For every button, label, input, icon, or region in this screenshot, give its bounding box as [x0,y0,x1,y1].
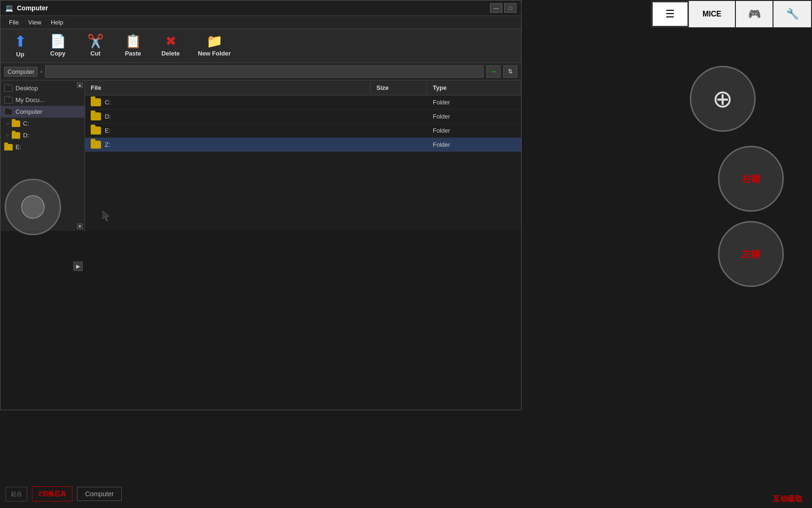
c-disk-expand: ○ [6,121,9,126]
file-cell-c: C: [85,95,371,109]
gamepad-icon: 🎮 [748,8,761,20]
menu-item-view[interactable]: View [23,17,46,27]
analog-stick-knob-left [21,195,45,219]
sidebar-item-computer[interactable]: Computer [0,106,85,118]
new-folder-button[interactable]: 📁 New Folder [194,33,234,59]
sidebar-item-mydocs-label: My Docu... [16,96,45,103]
file-cell-d: D: [85,110,371,123]
d-folder-icon [12,132,20,139]
desktop-folder-icon [4,85,13,92]
menu-item-file[interactable]: File [4,17,23,27]
left-key-label: 左键 [742,248,760,261]
sidebar-scroll-up[interactable]: ▲ [77,82,83,88]
settings-button[interactable]: 🔧 [773,1,811,27]
delete-button[interactable]: ✖ Delete [156,33,185,59]
file-cell-e: E: [85,124,371,137]
crosshair-button[interactable]: ⊕ [690,66,756,132]
type-value-z: Folder [433,141,450,148]
right-side-label: 互动吸取 [773,494,803,504]
list-view-button[interactable]: ☰ [651,1,689,27]
sidebar-item-mydocs[interactable]: My Docu... [0,94,85,106]
file-list-header: File Size Type [85,80,521,95]
file-name-e: E: [105,127,110,134]
file-manager-empty-area [0,231,521,410]
sidebar-item-e[interactable]: E: [0,141,85,153]
file-row-d[interactable]: D: Folder [85,110,521,124]
type-value-d: Folder [433,113,450,120]
type-value-e: Folder [433,127,450,134]
right-key-label: 右键 [742,173,760,185]
breadcrumb-computer[interactable]: Computer [4,67,38,77]
copy-icon: 📄 [50,35,66,48]
menu-item-help[interactable]: Help [46,17,68,27]
copy-label: Copy [50,50,66,57]
up-button[interactable]: ⬆ Up [6,32,34,60]
bottom-bar: 起点 Z切换忍具 Computer [0,484,127,504]
gamepad-button[interactable]: 🎮 [736,1,773,27]
c-folder-med-icon [91,98,101,106]
address-bar: Computer › → ⇅ [0,63,521,80]
file-type-c: Folder [427,96,521,109]
z-switch-button[interactable]: Z切换忍具 [32,486,72,501]
col-size-label: Size [376,84,389,91]
overlay-toolbar: ☰ MICE 🎮 🔧 [650,0,812,28]
content-area: ▲ Desktop My Docu... Computer ○ C: ○ [0,80,521,231]
sidebar-item-d-label: D: [23,132,29,139]
copy-button[interactable]: 📄 Copy [44,33,72,59]
file-type-d: Folder [427,110,521,123]
file-cell-z: Z: [85,138,371,151]
sidebar-scroll-down[interactable]: ▼ [77,223,83,229]
paste-button[interactable]: 📋 Paste [119,33,147,59]
mice-button[interactable]: MICE [689,1,736,27]
sidebar-expand-button[interactable]: ▶ [73,262,83,271]
toolbar: ⬆ Up 📄 Copy ✂️ Cut 📋 Paste ✖ Delete 📁 Ne… [0,29,521,63]
file-row-c[interactable]: C: Folder [85,95,521,110]
analog-stick-left[interactable] [5,179,61,235]
minimize-button[interactable]: — [490,3,502,13]
mice-icon: MICE [703,10,721,18]
e-folder-icon [4,144,13,151]
file-type-e: Folder [427,124,521,137]
d-folder-med-icon [91,112,101,120]
cut-button[interactable]: ✂️ Cut [81,33,109,59]
sidebar-item-computer-label: Computer [16,108,42,115]
file-name-d: D: [105,113,111,120]
column-size[interactable]: Size [371,82,427,93]
right-click-button[interactable]: 右键 [718,146,784,212]
sidebar-item-e-label: E: [16,143,21,151]
sidebar-item-c[interactable]: ○ C: [0,118,85,129]
crosshair-icon: ⊕ [712,87,733,111]
column-file[interactable]: File [85,82,371,93]
sidebar-item-desktop-label: Desktop [16,85,38,92]
delete-label: Delete [161,50,180,57]
d-disk-expand: ○ [6,133,9,138]
column-type[interactable]: Type [427,82,521,93]
title-bar-left: 💻 Computer [5,4,48,12]
window-controls: — □ [490,3,516,13]
bookmark-button[interactable]: ⇅ [503,65,517,78]
file-row-z[interactable]: Z: Folder [85,138,521,152]
wrench-icon: 🔧 [786,8,799,20]
window-title-icon: 💻 [5,4,13,12]
sidebar-item-d[interactable]: ○ D: [0,129,85,141]
file-list: File Size Type C: Folder [85,80,521,231]
file-size-e [371,128,427,134]
sidebar-item-desktop[interactable]: Desktop [0,82,85,94]
computer-tab-label: Computer [85,490,114,498]
c-folder-icon [12,120,20,127]
file-row-e[interactable]: E: Folder [85,124,521,138]
title-bar: 💻 Computer — □ [0,0,521,16]
computer-tab[interactable]: Computer [77,487,122,501]
computer-folder-icon [4,109,13,115]
up-label: Up [16,51,24,58]
file-size-c [371,100,427,105]
list-icon: ☰ [665,8,675,20]
left-click-button[interactable]: 左键 [718,221,784,287]
maximize-button[interactable]: □ [504,3,516,13]
navigate-button[interactable]: → [486,65,500,78]
z-folder-med-icon [91,141,101,149]
col-type-label: Type [433,84,446,91]
file-size-d [371,114,427,119]
address-input[interactable] [45,65,484,78]
start-label-tag: 起点 [6,487,27,501]
